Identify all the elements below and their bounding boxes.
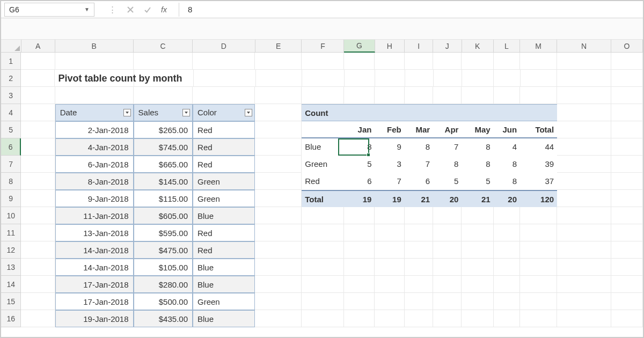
- cell[interactable]: [344, 207, 375, 224]
- formula-input[interactable]: 8: [179, 5, 643, 14]
- pivot-total-value[interactable]: 20: [494, 190, 520, 207]
- cell[interactable]: [405, 259, 433, 276]
- cell[interactable]: [494, 87, 520, 104]
- pivot-total-value[interactable]: 21: [462, 190, 493, 207]
- cell-date[interactable]: 17-Jan-2018: [55, 293, 134, 310]
- cell-sales[interactable]: $435.00: [134, 310, 193, 327]
- cell[interactable]: [375, 207, 404, 224]
- row-header[interactable]: 9: [1, 190, 21, 207]
- cell[interactable]: [21, 293, 55, 310]
- cell[interactable]: [375, 70, 405, 87]
- cell-color[interactable]: Green: [193, 190, 255, 207]
- cell[interactable]: [520, 224, 557, 241]
- filter-dropdown-icon[interactable]: [245, 109, 252, 116]
- cell-color[interactable]: Green: [193, 173, 255, 190]
- cell-color[interactable]: Blue: [193, 310, 255, 327]
- cell[interactable]: [520, 53, 557, 70]
- cell[interactable]: [494, 259, 520, 276]
- cell[interactable]: [520, 104, 557, 121]
- cell[interactable]: [611, 241, 643, 259]
- col-header-D[interactable]: D: [193, 40, 255, 52]
- cell-color[interactable]: Blue: [193, 276, 255, 293]
- cell[interactable]: [462, 310, 493, 327]
- cell[interactable]: [255, 276, 302, 293]
- cell[interactable]: [134, 87, 193, 104]
- cell[interactable]: [405, 310, 433, 327]
- cell[interactable]: [557, 156, 611, 173]
- cell[interactable]: [255, 224, 302, 241]
- cell-sales[interactable]: $665.00: [134, 156, 193, 173]
- cell-date[interactable]: 4-Jan-2018: [55, 138, 134, 156]
- cell[interactable]: [255, 138, 302, 156]
- cell[interactable]: [344, 310, 375, 327]
- cell[interactable]: [21, 207, 55, 224]
- row-header[interactable]: 13: [1, 259, 21, 276]
- cell[interactable]: [302, 207, 344, 224]
- row-header[interactable]: 14: [1, 276, 21, 293]
- pivot-total-value[interactable]: 20: [433, 190, 462, 207]
- cell[interactable]: [302, 87, 344, 104]
- cell[interactable]: [462, 293, 493, 310]
- col-header-F[interactable]: F: [302, 40, 344, 52]
- cell[interactable]: [302, 70, 345, 87]
- row-header[interactable]: 4: [1, 104, 21, 121]
- row-header[interactable]: 12: [1, 241, 21, 259]
- cell[interactable]: [302, 224, 344, 241]
- cell[interactable]: [255, 293, 302, 310]
- cell[interactable]: [494, 224, 520, 241]
- pivot-value[interactable]: 6: [344, 173, 375, 190]
- cell[interactable]: [405, 207, 433, 224]
- cell[interactable]: [433, 293, 462, 310]
- cell[interactable]: [375, 310, 404, 327]
- cell[interactable]: [255, 173, 302, 190]
- table-header[interactable]: Date: [55, 104, 134, 121]
- cell[interactable]: [557, 276, 611, 293]
- enter-icon[interactable]: [144, 6, 151, 13]
- pivot-col-header[interactable]: Mar: [405, 121, 433, 138]
- cell[interactable]: [194, 70, 256, 87]
- pivot-value[interactable]: 8: [494, 156, 520, 173]
- cell[interactable]: [462, 224, 493, 241]
- row-header[interactable]: 16: [1, 310, 21, 327]
- cell[interactable]: Pivot table count by month: [55, 70, 134, 87]
- cell[interactable]: [462, 207, 493, 224]
- cell[interactable]: [462, 259, 493, 276]
- pivot-value[interactable]: 7: [433, 138, 462, 156]
- pivot-row-label[interactable]: Green: [302, 156, 344, 173]
- cell-date[interactable]: 14-Jan-2018: [55, 259, 134, 276]
- pivot-value[interactable]: 6: [405, 173, 433, 190]
- cell[interactable]: [494, 104, 520, 121]
- cell[interactable]: [611, 53, 643, 70]
- pivot-total-value[interactable]: 19: [375, 190, 404, 207]
- cell[interactable]: [405, 104, 433, 121]
- cell[interactable]: [375, 87, 404, 104]
- cell[interactable]: [375, 104, 404, 121]
- filter-dropdown-icon[interactable]: [182, 109, 190, 116]
- cell[interactable]: [21, 70, 55, 87]
- cell[interactable]: [462, 87, 493, 104]
- cell[interactable]: [255, 121, 302, 138]
- cell[interactable]: [255, 241, 302, 259]
- cell[interactable]: [494, 276, 520, 293]
- col-header-N[interactable]: N: [557, 40, 611, 52]
- cell[interactable]: [611, 104, 643, 121]
- col-header-A[interactable]: A: [21, 40, 55, 52]
- cell[interactable]: [344, 53, 375, 70]
- cell[interactable]: [375, 276, 404, 293]
- cell[interactable]: [405, 276, 433, 293]
- cell[interactable]: [193, 87, 255, 104]
- row-header[interactable]: 10: [1, 207, 21, 224]
- cell[interactable]: [462, 276, 493, 293]
- table-header[interactable]: Sales: [134, 104, 193, 121]
- pivot-total-value[interactable]: 21: [405, 190, 433, 207]
- cell[interactable]: [405, 241, 433, 259]
- cell-date[interactable]: 2-Jan-2018: [55, 121, 134, 138]
- pivot-value[interactable]: 7: [375, 173, 404, 190]
- pivot-row-label[interactable]: Blue: [302, 138, 344, 156]
- cell[interactable]: [611, 293, 643, 310]
- pivot-value[interactable]: 8: [462, 156, 493, 173]
- cell[interactable]: [302, 310, 344, 327]
- cell[interactable]: [375, 293, 404, 310]
- cell[interactable]: [557, 87, 611, 104]
- cell-color[interactable]: Blue: [193, 259, 255, 276]
